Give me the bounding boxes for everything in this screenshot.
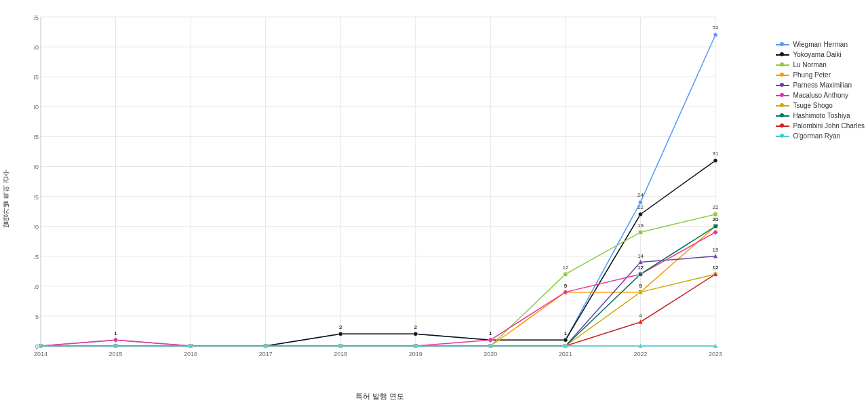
legend-label: Lu Norman [793,61,826,69]
svg-text:0: 0 [35,343,39,350]
svg-text:40: 40 [34,104,39,111]
svg-text:35: 35 [34,134,39,140]
svg-text:2: 2 [414,324,418,330]
legend-item: Hashimoto Toshiya [776,112,865,119]
legend-label: Macaluso Anthony [793,92,848,99]
legend-label: Yokoyama Daiki [793,51,841,58]
svg-text:1: 1 [564,330,568,336]
svg-text:20: 20 [34,224,39,231]
svg-text:1: 1 [114,330,117,336]
svg-text:5: 5 [35,313,39,320]
svg-text:19: 19 [637,222,644,229]
legend-item: Yokoyama Daiki [776,51,865,58]
svg-text:2019: 2019 [409,351,422,357]
svg-text:20: 20 [713,216,719,222]
svg-point-69 [414,332,418,336]
x-axis-label: 특허 발행 연도 [355,391,404,402]
y-axis-label: 발명가별 특허 건수 [1,174,11,233]
legend-label: Hashimoto Toshiya [793,112,850,119]
svg-point-67 [338,332,342,336]
legend-item: Macaluso Anthony [776,92,865,99]
legend-item: Palombini John Charles [776,122,865,130]
svg-text:22: 22 [713,204,719,210]
svg-text:2023: 2023 [709,351,722,357]
svg-text:2015: 2015 [109,351,123,357]
legend-item: Parness Maximilian [776,81,865,89]
svg-rect-140 [638,290,642,294]
svg-text:2: 2 [339,324,342,330]
legend-label: Wiegman Herman [793,41,848,48]
svg-text:31: 31 [713,151,719,157]
svg-text:15: 15 [713,247,719,253]
svg-text:30: 30 [34,163,39,170]
svg-text:2017: 2017 [259,351,273,357]
legend-item: Lu Norman [776,61,865,69]
chart-container: 0510152025303540455055201420152016201720… [0,0,868,407]
svg-text:52: 52 [713,24,719,31]
svg-text:1: 1 [489,330,492,336]
legend-label: Phung Peter [793,71,831,79]
svg-text:2018: 2018 [334,351,347,357]
svg-text:24: 24 [637,192,644,198]
legend-label: Parness Maximilian [793,81,852,89]
svg-point-73 [564,338,568,342]
legend-label: Tsuge Shogo [793,102,832,109]
svg-text:9: 9 [564,283,568,289]
svg-text:2022: 2022 [633,351,647,357]
legend-label: Palombini John Charles [793,122,865,130]
svg-text:15: 15 [34,254,39,260]
legend-label: O'gorman Ryan [793,132,840,140]
svg-marker-130 [713,229,718,235]
svg-marker-124 [488,337,493,343]
svg-text:55: 55 [34,14,39,21]
svg-point-77 [713,159,717,163]
svg-text:12: 12 [713,265,719,271]
svg-text:12: 12 [637,265,644,271]
svg-text:2014: 2014 [34,351,47,357]
svg-text:14: 14 [637,253,644,259]
svg-text:9: 9 [639,283,642,289]
svg-marker-118 [113,337,119,343]
svg-text:50: 50 [34,44,39,51]
legend: Wiegman HermanYokoyama DaikiLu NormanPhu… [776,41,865,140]
svg-text:12: 12 [562,265,568,271]
legend-item: O'gorman Ryan [776,132,865,140]
svg-text:10: 10 [34,284,39,290]
legend-item: Tsuge Shogo [776,102,865,109]
svg-rect-88 [638,230,642,234]
svg-point-75 [638,212,642,216]
legend-item: Phung Peter [776,71,865,79]
svg-text:2016: 2016 [184,351,197,357]
svg-text:2020: 2020 [484,351,497,357]
line-chart: 0510152025303540455055201420152016201720… [34,7,726,366]
legend-item: Wiegman Herman [776,41,865,48]
svg-text:45: 45 [34,74,39,81]
svg-rect-152 [638,272,642,276]
svg-rect-154 [713,225,717,229]
svg-point-61 [713,33,717,37]
svg-marker-164 [638,319,643,324]
svg-text:22: 22 [637,204,644,210]
svg-text:25: 25 [34,194,39,201]
svg-text:4: 4 [639,313,642,319]
svg-rect-86 [564,272,568,276]
svg-text:2021: 2021 [559,351,572,357]
